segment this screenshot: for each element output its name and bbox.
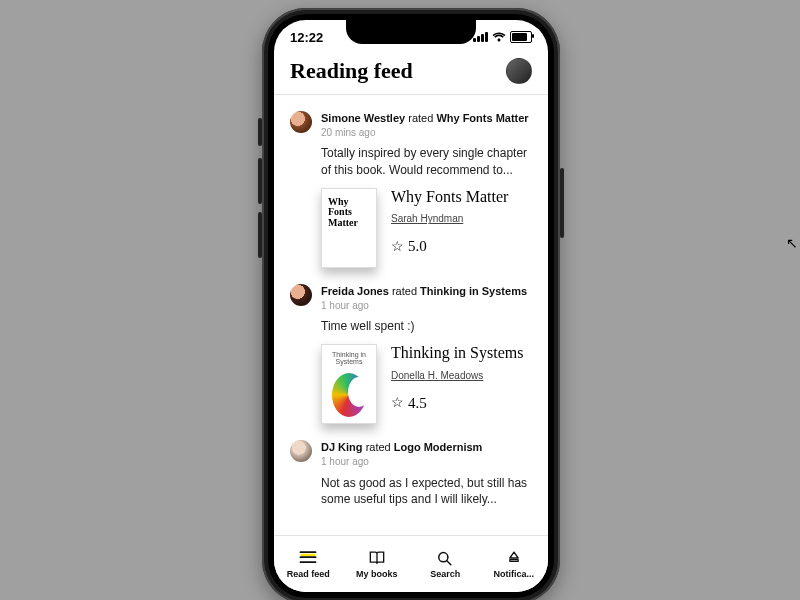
review-text: Not as good as I expected, but still has… (321, 475, 532, 507)
svg-line-2 (447, 561, 451, 565)
tab-notifications[interactable]: Notifica... (480, 536, 549, 592)
timestamp: 20 mins ago (321, 126, 532, 140)
review-text: Totally inspired by every single chapter… (321, 145, 532, 177)
feed-icon (298, 549, 318, 567)
screen: 12:22 Reading feed (274, 20, 548, 592)
book-block[interactable]: Thinking in Systems Thinking in Systems … (321, 344, 532, 424)
volume-down-button (258, 212, 262, 258)
tab-read-feed[interactable]: Read feed (274, 536, 343, 592)
timestamp: 1 hour ago (321, 455, 532, 469)
page-header: Reading feed (274, 54, 548, 95)
book-title[interactable]: Thinking in Systems (391, 344, 532, 362)
activity-line: DJ King rated Logo Modernism (321, 440, 532, 455)
svg-point-1 (439, 553, 448, 562)
mouse-cursor-icon: ↖ (786, 235, 798, 251)
feed-list[interactable]: Simone Westley rated Why Fonts Matter 20… (274, 95, 548, 551)
volume-up-button (258, 158, 262, 204)
activity-line: Simone Westley rated Why Fonts Matter (321, 111, 532, 126)
page-title: Reading feed (290, 58, 413, 84)
status-time: 12:22 (290, 30, 323, 45)
user-avatar[interactable] (290, 440, 312, 462)
mute-switch (258, 118, 262, 146)
user-avatar[interactable] (290, 111, 312, 133)
feed-card[interactable]: Simone Westley rated Why Fonts Matter 20… (288, 97, 534, 270)
book-title[interactable]: Why Fonts Matter (391, 188, 532, 206)
phone-frame: 12:22 Reading feed (262, 8, 560, 600)
profile-avatar[interactable] (506, 58, 532, 84)
battery-icon (510, 31, 532, 43)
timestamp: 1 hour ago (321, 299, 532, 313)
book-author[interactable]: Donella H. Meadows (391, 370, 483, 381)
book-block[interactable]: Why Fonts Matter Why Fonts Matter Sarah … (321, 188, 532, 268)
star-icon: ☆ (391, 240, 404, 254)
wifi-icon (492, 32, 506, 42)
book-rating: ☆ 4.5 (391, 395, 532, 412)
feed-card[interactable]: Freida Jones rated Thinking in Systems 1… (288, 270, 534, 427)
svg-rect-0 (301, 554, 316, 557)
book-cover[interactable]: Thinking in Systems (321, 344, 377, 424)
tab-bar: Read feed My books Search Notifica... (274, 535, 548, 592)
activity-line: Freida Jones rated Thinking in Systems (321, 284, 532, 299)
power-button (560, 168, 564, 238)
signal-icon (473, 32, 488, 42)
search-icon (435, 549, 455, 567)
notch (346, 20, 476, 44)
feed-card[interactable]: DJ King rated Logo Modernism 1 hour ago … (288, 426, 534, 509)
tab-search[interactable]: Search (411, 536, 480, 592)
bell-icon (504, 549, 524, 567)
tab-my-books[interactable]: My books (343, 536, 412, 592)
user-avatar[interactable] (290, 284, 312, 306)
book-rating: ☆ 5.0 (391, 238, 532, 255)
review-text: Time well spent :) (321, 318, 532, 334)
book-icon (367, 549, 387, 567)
book-author[interactable]: Sarah Hyndman (391, 213, 463, 224)
star-icon: ☆ (391, 396, 404, 410)
book-cover[interactable]: Why Fonts Matter (321, 188, 377, 268)
